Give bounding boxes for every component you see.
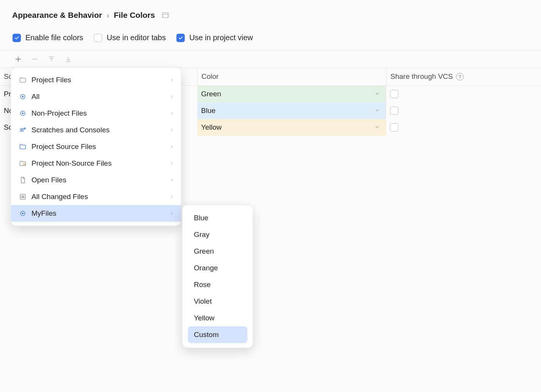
folder-blue-icon	[19, 143, 27, 151]
checkbox-use-in-editor-tabs[interactable]	[94, 34, 102, 42]
scope-menu-item[interactable]: Project Source Files	[11, 138, 181, 155]
checkbox-share-vcs[interactable]	[390, 123, 398, 132]
folder-icon	[19, 76, 27, 84]
chevron-right-icon	[170, 193, 174, 201]
folder-lines-icon	[19, 159, 27, 168]
checkbox-share-vcs[interactable]	[390, 107, 398, 115]
scope-menu-item[interactable]: Non-Project Files	[11, 105, 181, 122]
menu-item-label: Non-Project Files	[31, 109, 87, 118]
th-vcs-label: Share through VCS	[390, 72, 453, 81]
chevron-right-icon	[170, 76, 174, 84]
color-label: Green	[201, 90, 221, 98]
chevron-right-icon	[170, 209, 174, 218]
menu-item-label: All Changed Files	[31, 193, 88, 201]
scratches-icon	[19, 126, 27, 134]
target-icon	[19, 109, 27, 118]
move-down-button[interactable]	[64, 55, 73, 64]
color-menu-item[interactable]: Green	[188, 243, 247, 260]
menu-item-label: MyFiles	[31, 209, 56, 218]
color-label: Yellow	[201, 123, 222, 132]
share-vcs-cell[interactable]	[386, 86, 485, 102]
color-popup: BlueGrayGreenOrangeRoseVioletYellowCusto…	[182, 205, 253, 348]
chevron-right-icon	[170, 176, 174, 184]
options-row: Enable file colors Use in editor tabs Us…	[0, 20, 541, 50]
option-label: Use in project view	[189, 33, 253, 42]
scope-menu-item[interactable]: MyFiles	[11, 205, 181, 222]
menu-item-label: Scratches and Consoles	[31, 126, 110, 134]
chevron-down-icon	[374, 123, 380, 132]
scope-popup: Project FilesAllNon-Project FilesScratch…	[11, 67, 181, 226]
scope-menu-item[interactable]: All Changed Files	[11, 188, 181, 205]
scope-menu-item[interactable]: Scratches and Consoles	[11, 122, 181, 138]
share-vcs-cell[interactable]	[386, 119, 485, 136]
color-cell[interactable]: Yellow	[197, 119, 386, 136]
menu-item-label: Project Non-Source Files	[31, 159, 112, 168]
menu-item-label: Project Files	[31, 76, 71, 84]
color-menu-item[interactable]: Orange	[188, 260, 247, 276]
option-label: Use in editor tabs	[107, 33, 166, 42]
scope-menu-item[interactable]: Open Files	[11, 172, 181, 188]
th-color[interactable]: Color	[197, 68, 386, 85]
help-icon[interactable]: ?	[456, 73, 464, 80]
chevron-right-icon	[170, 143, 174, 151]
chevron-right-icon	[170, 93, 174, 101]
window-icon[interactable]	[162, 13, 168, 18]
scope-menu-item[interactable]: All	[11, 88, 181, 105]
scope-menu-item[interactable]: Project Non-Source Files	[11, 155, 181, 172]
option-label: Enable file colors	[25, 33, 83, 42]
breadcrumb: Appearance & Behavior › File Colors	[0, 0, 541, 20]
svg-point-3	[22, 113, 24, 114]
svg-point-7	[22, 213, 24, 214]
menu-item-label: Project Source Files	[31, 143, 96, 151]
checkbox-share-vcs[interactable]	[390, 90, 398, 98]
color-menu-item[interactable]: Blue	[188, 210, 247, 226]
breadcrumb-parent[interactable]: Appearance & Behavior	[12, 11, 102, 20]
breadcrumb-current: File Colors	[114, 11, 155, 20]
chevron-down-icon	[374, 107, 380, 115]
option-enable-file-colors[interactable]: Enable file colors	[13, 33, 83, 42]
color-menu-item[interactable]: Custom	[188, 326, 247, 343]
chevron-right-icon	[170, 159, 174, 168]
svg-point-1	[22, 96, 24, 97]
scope-menu-item[interactable]: Project Files	[11, 72, 181, 88]
option-use-in-editor-tabs[interactable]: Use in editor tabs	[94, 33, 166, 42]
checkbox-use-in-project-view[interactable]	[176, 34, 185, 42]
color-menu-item[interactable]: Violet	[188, 293, 247, 310]
option-use-in-project-view[interactable]: Use in project view	[176, 33, 253, 42]
menu-item-label: Open Files	[31, 176, 66, 184]
toolbar	[0, 51, 541, 67]
checkbox-enable-file-colors[interactable]	[13, 34, 21, 42]
list-icon	[19, 193, 27, 201]
color-menu-item[interactable]: Gray	[188, 226, 247, 243]
color-menu-item[interactable]: Yellow	[188, 310, 247, 326]
target-icon	[19, 93, 27, 101]
chevron-right-icon	[170, 126, 174, 134]
menu-item-label: All	[31, 93, 39, 101]
move-up-button[interactable]	[47, 55, 56, 64]
share-vcs-cell[interactable]	[386, 102, 485, 119]
color-label: Blue	[201, 107, 215, 115]
target-icon	[19, 209, 27, 218]
color-cell[interactable]: Blue	[197, 102, 386, 119]
file-icon	[19, 176, 27, 184]
color-menu-item[interactable]: Rose	[188, 276, 247, 293]
chevron-right-icon	[170, 109, 174, 118]
chevron-down-icon	[374, 90, 380, 98]
th-share-vcs[interactable]: Share through VCS ?	[386, 68, 485, 85]
color-cell[interactable]: Green	[197, 86, 386, 102]
add-button[interactable]	[14, 55, 23, 64]
breadcrumb-separator: ›	[107, 11, 109, 20]
remove-button[interactable]	[30, 55, 39, 64]
